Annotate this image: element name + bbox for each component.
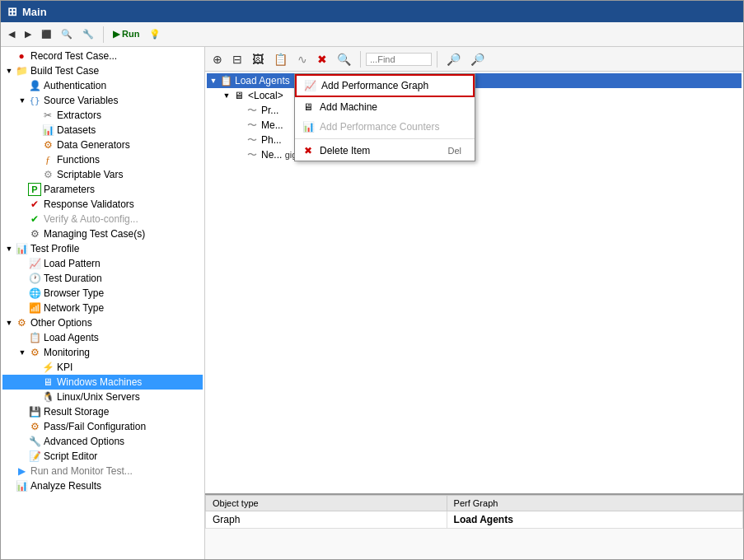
- tree-item-monitoring[interactable]: ▼ ⚙ Monitoring: [2, 345, 203, 360]
- tree-item-otheroptions[interactable]: ▼ ⚙ Other Options: [2, 315, 203, 330]
- tree-item-profile[interactable]: ▼ 📊 Test Profile: [2, 241, 203, 256]
- tree-item-params[interactable]: P Parameters: [2, 182, 203, 197]
- tree-item-validators[interactable]: ✔ Response Validators: [2, 197, 203, 212]
- forward-btn[interactable]: ▶: [21, 26, 35, 42]
- zoom-out-btn[interactable]: 🔎: [466, 50, 489, 68]
- search-btn[interactable]: 🔍: [57, 26, 77, 42]
- icon-ne: 〜: [246, 148, 259, 161]
- label-loadpattern: Load Pattern: [44, 258, 101, 269]
- expand-windows: [30, 377, 40, 387]
- icon-runmonitor: ▶: [15, 464, 28, 478]
- tree-item-functions[interactable]: ƒ Functions: [2, 152, 203, 167]
- right-tree-area: ▼ 📋 Load Agents ▼ 🖥 <Local>: [205, 72, 743, 493]
- cell-object-type: Graph: [206, 511, 447, 529]
- label-add-perf-counters: Add Performance Counters: [320, 121, 461, 133]
- add2-btn[interactable]: ⊕: [208, 50, 227, 68]
- label-build: Build Test Case: [30, 65, 99, 77]
- tree-item-advanced[interactable]: 🔧 Advanced Options: [2, 434, 203, 449]
- tree-item-scripteditor[interactable]: 📝 Script Editor: [2, 449, 203, 464]
- icon-extract: ✂: [41, 109, 54, 122]
- label-add-machine: Add Machine: [320, 101, 461, 113]
- label-linux: Linux/Unix Servers: [57, 391, 140, 403]
- expand-loadagents: [17, 333, 27, 343]
- remove2-btn[interactable]: ⊟: [228, 50, 246, 68]
- tree-item-browsertype[interactable]: 🌐 Browser Type: [2, 286, 203, 301]
- expand-ne: [235, 150, 245, 160]
- label-advanced: Advanced Options: [44, 436, 124, 447]
- main-content: ● Record Test Case... ▼ 📁 Build Test Cas…: [1, 47, 743, 559]
- tree-item-runmonitor[interactable]: ▶ Run and Monitor Test...: [2, 464, 203, 478]
- table-row[interactable]: Graph Load Agents: [206, 511, 743, 529]
- icon-analyze: 📊: [15, 479, 28, 492]
- tree-item-analyze[interactable]: 📊 Analyze Results: [2, 478, 203, 493]
- icon-delete-item: ✖: [302, 144, 315, 157]
- run-btn[interactable]: ▶ Run: [109, 26, 143, 42]
- icon-verify: ✔: [28, 212, 41, 226]
- delete2-btn[interactable]: ✖: [313, 50, 331, 68]
- wave1-btn[interactable]: ∿: [293, 50, 311, 68]
- window-title: Main: [22, 6, 47, 18]
- expand-otheroptions: ▼: [4, 318, 14, 328]
- icon-kpi: ⚡: [41, 361, 54, 374]
- tree-item-source[interactable]: ▼ {} Source Variables: [2, 93, 203, 108]
- tree-item-testduration[interactable]: 🕐 Test Duration: [2, 271, 203, 286]
- tree-item-build[interactable]: ▼ 📁 Build Test Case: [2, 63, 203, 78]
- left-panel: ● Record Test Case... ▼ 📁 Build Test Cas…: [1, 47, 205, 559]
- context-menu-item-add-perf-graph[interactable]: 📈 Add Performance Graph: [295, 74, 475, 97]
- icon-pr: 〜: [246, 104, 259, 117]
- tree-item-extract[interactable]: ✂ Extractors: [2, 108, 203, 123]
- tree-item-networktype[interactable]: 📶 Network Type: [2, 301, 203, 315]
- bottom-panel: Object type Perf Graph Graph Load Agents: [205, 493, 743, 559]
- tree-item-storage[interactable]: 💾 Result Storage: [2, 404, 203, 419]
- tree-item-linux[interactable]: 🐧 Linux/Unix Servers: [2, 390, 203, 404]
- tree-item-loadpattern[interactable]: 📈 Load Pattern: [2, 256, 203, 271]
- tree-item-loadagents[interactable]: 📋 Load Agents: [2, 330, 203, 345]
- hint-btn[interactable]: 💡: [145, 26, 165, 42]
- icon-auth: 👤: [28, 79, 41, 92]
- toolbar1: ◀ ▶ ⬛ 🔍 🔧 ▶ Run 💡: [1, 22, 743, 47]
- tree-item-datasets[interactable]: 📊 Datasets: [2, 123, 203, 138]
- tree-item-record[interactable]: ● Record Test Case...: [2, 49, 203, 63]
- tree-item-scriptable[interactable]: ⚙ Scriptable Vars: [2, 167, 203, 182]
- img1-btn[interactable]: 🖼: [248, 50, 268, 68]
- label-source: Source Variables: [44, 95, 119, 106]
- find-input[interactable]: [366, 53, 432, 66]
- context-menu-item-add-machine[interactable]: 🖥 Add Machine: [295, 97, 475, 117]
- tree-item-kpi[interactable]: ⚡ KPI: [2, 360, 203, 375]
- label-extract: Extractors: [57, 110, 101, 121]
- expand-loadagents-node: ▼: [208, 76, 218, 86]
- title-icon: ⊞: [7, 5, 17, 18]
- expand-managing: [17, 229, 27, 239]
- img2-btn[interactable]: 📋: [269, 50, 292, 68]
- search3-btn[interactable]: 🔍: [333, 50, 355, 68]
- tree-item-managing[interactable]: ⚙ Managing Test Case(s): [2, 226, 203, 241]
- expand-params: [17, 184, 27, 194]
- tree-item-windows[interactable]: 🖥 Windows Machines: [2, 375, 203, 390]
- expand-passfail: [17, 422, 27, 432]
- context-menu-item-delete-item[interactable]: ✖ Delete Item Del: [295, 141, 475, 161]
- label-auth: Authentication: [44, 80, 106, 91]
- back-btn[interactable]: ◀: [4, 26, 19, 42]
- expand-profile: ▼: [4, 244, 14, 254]
- config-btn[interactable]: 🔧: [78, 26, 98, 42]
- tree-item-passfail[interactable]: ⚙ Pass/Fail Configuration: [2, 419, 203, 434]
- label-passfail: Pass/Fail Configuration: [44, 421, 146, 432]
- zoom-in-btn[interactable]: 🔎: [442, 50, 465, 68]
- icon-windows: 🖥: [41, 376, 54, 389]
- icon-passfail: ⚙: [28, 420, 41, 433]
- tree-item-datagen[interactable]: ⚙ Data Generators: [2, 138, 203, 152]
- tree-item-verify[interactable]: ✔ Verify & Auto-config...: [2, 212, 203, 226]
- icon-local: 🖥: [232, 89, 246, 102]
- label-otheroptions: Other Options: [30, 317, 92, 329]
- expand-browsertype: [17, 288, 27, 298]
- icon-me: 〜: [246, 119, 259, 132]
- icon-scripteditor: 📝: [28, 450, 41, 463]
- stop-btn[interactable]: ⬛: [37, 27, 55, 41]
- label-delete-item: Delete Item: [320, 145, 442, 156]
- icon-scriptable: ⚙: [41, 168, 54, 181]
- icon-storage: 💾: [28, 405, 41, 418]
- label-verify: Verify & Auto-config...: [44, 213, 138, 225]
- expand-testduration: [17, 273, 27, 283]
- tree-item-auth[interactable]: 👤 Authentication: [2, 78, 203, 93]
- expand-analyze: [4, 481, 14, 491]
